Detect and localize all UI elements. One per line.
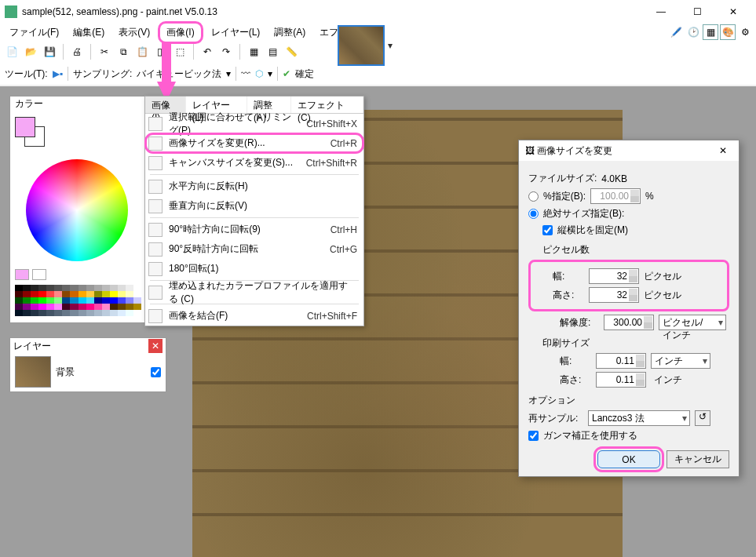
palette-swatch[interactable]: [86, 304, 94, 310]
palette-swatch[interactable]: [31, 310, 38, 316]
sampling-value[interactable]: バイキュービック法: [137, 67, 221, 81]
palette-swatch[interactable]: [110, 291, 118, 297]
palette-swatch[interactable]: [54, 291, 62, 297]
resolution-unit-combo[interactable]: ピクセル/インチ: [659, 315, 726, 330]
close-icon[interactable]: ✕: [148, 339, 163, 353]
copy-icon[interactable]: ⧉: [116, 45, 130, 59]
palette-swatch[interactable]: [102, 310, 110, 316]
palette-swatch[interactable]: [126, 304, 133, 310]
palette-swatch[interactable]: [38, 310, 46, 316]
grid2-icon[interactable]: ▤: [265, 45, 279, 59]
print-width-input[interactable]: 0.11: [596, 353, 646, 369]
ruler-icon[interactable]: 📏: [284, 45, 298, 59]
palette-swatch[interactable]: [70, 285, 78, 291]
width-input[interactable]: 32: [589, 268, 639, 284]
tools-icon[interactable]: 🖊️: [668, 24, 684, 40]
maximize-button[interactable]: ☐: [679, 0, 715, 24]
palette-swatch[interactable]: [54, 285, 62, 291]
menu-adjust[interactable]: 調整(A): [268, 24, 312, 42]
shape-icon[interactable]: ⬡: [255, 68, 263, 79]
palette-swatch[interactable]: [102, 285, 110, 291]
menu-item[interactable]: 選択範囲に合わせてトリミング(P)Ctrl+Shift+X: [145, 114, 363, 133]
palette-swatch[interactable]: [62, 285, 70, 291]
palette-swatch[interactable]: [94, 285, 102, 291]
menu-item[interactable]: 90°時計方向に回転(9)Ctrl+H: [145, 220, 363, 239]
menu-item[interactable]: 90°反時計方向に回転Ctrl+G: [145, 239, 363, 259]
menu-image[interactable]: 画像(I): [158, 21, 203, 44]
save-icon[interactable]: 💾: [42, 45, 57, 59]
palette-swatch[interactable]: [94, 297, 102, 304]
new-icon[interactable]: 📄: [5, 45, 19, 59]
palette-swatch[interactable]: [110, 304, 118, 310]
palette-swatch[interactable]: [23, 285, 31, 291]
palette-swatch[interactable]: [15, 310, 23, 316]
line-style-icon[interactable]: 〰: [241, 68, 250, 79]
reset-icon[interactable]: ↺: [695, 410, 710, 426]
palette-swatch[interactable]: [118, 304, 126, 310]
palette-swatch[interactable]: [38, 291, 46, 297]
color-palette[interactable]: [15, 285, 141, 318]
close-button[interactable]: ✕: [715, 0, 751, 24]
palette-swatch[interactable]: [126, 291, 133, 297]
palette-swatch[interactable]: [62, 310, 70, 316]
menu-layer[interactable]: レイヤー(L): [205, 24, 267, 42]
print-height-input[interactable]: 0.11: [596, 372, 646, 388]
colors-icon[interactable]: 🎨: [720, 24, 736, 40]
redo-icon[interactable]: ↷: [219, 45, 233, 59]
settings-icon[interactable]: ⚙: [737, 24, 753, 40]
resample-combo[interactable]: Lanczos3 法: [588, 410, 690, 426]
thumbnail-dropdown-icon[interactable]: ▾: [388, 40, 393, 51]
palette-swatch[interactable]: [133, 310, 141, 316]
palette-swatch[interactable]: [62, 291, 70, 297]
palette-swatch[interactable]: [79, 291, 86, 297]
cut-icon[interactable]: ✂: [97, 45, 111, 59]
absolute-radio[interactable]: 絶対サイズ指定(B):: [528, 207, 729, 220]
palette-swatch[interactable]: [79, 304, 86, 310]
gamma-checkbox[interactable]: ガンマ補正を使用する: [528, 429, 729, 442]
minimize-button[interactable]: —: [643, 0, 679, 24]
palette-swatch[interactable]: [94, 304, 102, 310]
palette-swatch[interactable]: [118, 297, 126, 304]
paste-icon[interactable]: 📋: [135, 45, 149, 59]
dropdown-arrow-icon[interactable]: ▾: [226, 68, 231, 79]
palette-swatch[interactable]: [70, 291, 78, 297]
menu-item[interactable]: 水平方向に反転(H): [145, 177, 363, 196]
layer-visible-checkbox[interactable]: [151, 367, 161, 377]
palette-swatch[interactable]: [118, 285, 126, 291]
palette-swatch[interactable]: [86, 285, 94, 291]
print-icon[interactable]: 🖨: [70, 45, 84, 59]
palette-swatch[interactable]: [31, 304, 38, 310]
percent-radio[interactable]: %指定(B): 100.00 %: [528, 188, 729, 204]
palette-swatch[interactable]: [133, 285, 141, 291]
palette-swatch[interactable]: [102, 291, 110, 297]
palette-swatch[interactable]: [31, 297, 38, 304]
palette-swatch[interactable]: [54, 297, 62, 304]
menu-item[interactable]: 埋め込まれたカラープロファイルを適用する (C): [145, 282, 363, 302]
palette-swatch[interactable]: [38, 285, 46, 291]
menu-view[interactable]: 表示(V): [112, 24, 156, 42]
close-icon[interactable]: ✕: [714, 145, 732, 156]
palette-swatch[interactable]: [110, 285, 118, 291]
menu-item[interactable]: 画像を結合(F)Ctrl+Shift+F: [145, 306, 363, 326]
palette-swatch[interactable]: [133, 297, 141, 304]
document-thumbnail[interactable]: [338, 25, 385, 66]
tab-effect[interactable]: エフェクト(C): [291, 96, 363, 113]
history-icon[interactable]: 🕑: [685, 24, 701, 40]
palette-swatch[interactable]: [23, 297, 31, 304]
palette-swatch[interactable]: [126, 285, 133, 291]
palette-swatch[interactable]: [62, 304, 70, 310]
palette-swatch[interactable]: [46, 304, 54, 310]
palette-swatch[interactable]: [46, 285, 54, 291]
palette-swatch[interactable]: [94, 310, 102, 316]
lock-ratio-checkbox[interactable]: 縦横比を固定(M): [528, 224, 729, 237]
palette-swatch[interactable]: [133, 291, 141, 297]
palette-swatch[interactable]: [126, 297, 133, 304]
commit-icon[interactable]: ✔: [283, 68, 290, 79]
palette-swatch[interactable]: [46, 310, 54, 316]
palette-swatch[interactable]: [79, 297, 86, 304]
undo-icon[interactable]: ↶: [200, 45, 214, 59]
menu-edit[interactable]: 編集(E): [67, 24, 111, 42]
palette-swatch[interactable]: [15, 297, 23, 304]
print-width-unit-combo[interactable]: インチ: [651, 353, 710, 369]
deselect-icon[interactable]: ⬚: [173, 45, 187, 59]
